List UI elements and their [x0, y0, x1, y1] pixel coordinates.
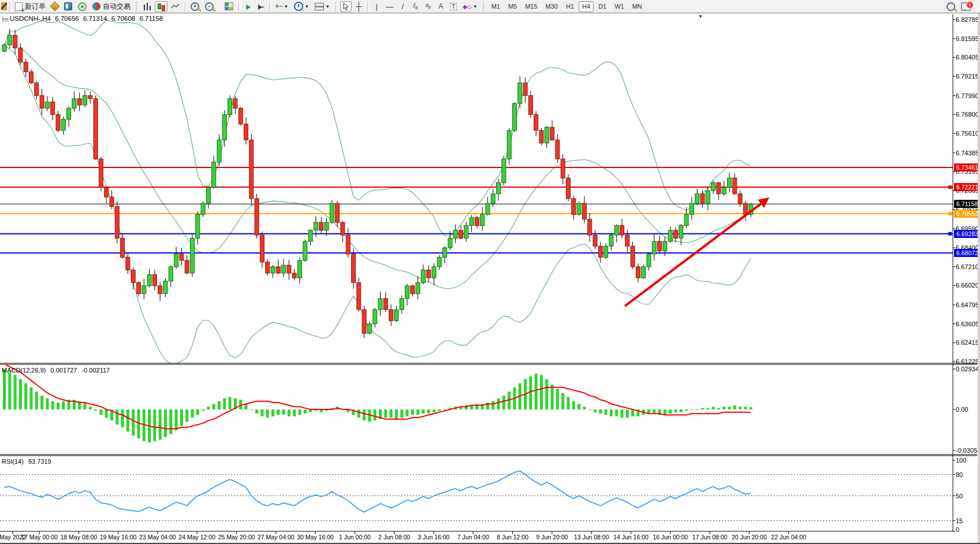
- search-button[interactable]: [944, 1, 957, 12]
- price-tick-label: 6.74385: [956, 150, 979, 157]
- time-tick-label: 7 Jun 04:00: [457, 534, 489, 541]
- time-tick-label: 23 May 04:00: [139, 534, 176, 541]
- chart-canvas[interactable]: [0, 0, 980, 544]
- macd-value: 0.001727: [50, 367, 77, 374]
- line-chart-button[interactable]: [169, 1, 182, 12]
- level-price-label: 6.68072: [954, 249, 980, 257]
- zoom-in-button[interactable]: +: [188, 1, 202, 12]
- horizontal-lines[interactable]: [0, 167, 953, 253]
- price-tick-label: 6.75610: [956, 130, 979, 137]
- panel-borders: [0, 14, 977, 534]
- level-price-label: 6.69283: [954, 230, 980, 238]
- chart-shift-icon: |▶+: [258, 3, 263, 10]
- price-tick-label: 6.79215: [956, 73, 979, 80]
- timeframe-M1[interactable]: M1: [488, 1, 504, 12]
- signal-icon: [78, 2, 87, 11]
- chart-shift-marker[interactable]: ▼: [698, 14, 703, 19]
- horizontal-line-icon: —: [386, 2, 393, 11]
- time-tick-label: 14 Jun 16:00: [613, 534, 649, 541]
- auto-trading-icon: [92, 2, 100, 10]
- gold-ingot-icon: [50, 2, 60, 12]
- toolbar-separator: [367, 2, 368, 12]
- equidistant-channel-button[interactable]: ⫽E: [409, 1, 421, 12]
- timeframe-M15[interactable]: M15: [521, 1, 541, 12]
- chevron-down-icon: ▼: [304, 4, 309, 9]
- rsi-tick-label: 50: [956, 493, 963, 500]
- price-tick-label: 6.62415: [956, 339, 979, 346]
- cursor-icon: [342, 2, 349, 10]
- timeframe-D1[interactable]: D1: [595, 1, 610, 12]
- timeframe-MN[interactable]: MN: [629, 1, 646, 12]
- candlestick-icon: [157, 3, 165, 10]
- timeframe-H1[interactable]: H1: [562, 1, 577, 12]
- crosshair-button[interactable]: ┼: [353, 1, 364, 12]
- ohlc-low: 6.70608: [111, 15, 136, 22]
- toolbar-drag-handle[interactable]: [483, 2, 485, 11]
- community-button[interactable]: 1: [959, 1, 973, 12]
- panel-splitter[interactable]: [0, 363, 977, 364]
- toolbar-drag-handle[interactable]: [335, 2, 337, 11]
- time-tick-label: 18 May 08:00: [60, 534, 97, 541]
- time-tick-label: 27 May 04:00: [258, 534, 295, 541]
- search-icon: [947, 2, 955, 11]
- arrows-button[interactable]: ◆◇▼: [460, 1, 479, 12]
- rsi-tick-label: 15: [956, 517, 963, 524]
- clipped-toolbar-icon: [1, 2, 7, 10]
- time-tick-label: 9 Jun 20:00: [536, 534, 568, 541]
- indicators-button[interactable]: +~▼: [273, 1, 290, 12]
- time-tick-label: 22 Jun 04:00: [771, 534, 806, 541]
- window-right-edge: [978, 13, 980, 544]
- text-label-button[interactable]: T: [448, 1, 459, 12]
- macd-tick-label: 0.029341: [956, 366, 980, 372]
- bar-chart-button[interactable]: [141, 1, 154, 12]
- candles-layer: [2, 29, 753, 338]
- auto-trading-button[interactable]: 自动交易: [90, 1, 133, 12]
- mql5-button[interactable]: [49, 1, 61, 12]
- tile-windows-button[interactable]: [222, 1, 236, 12]
- zoom-out-button[interactable]: −: [203, 1, 216, 12]
- text-icon: A: [438, 2, 443, 10]
- periods-button[interactable]: ▼: [292, 1, 311, 12]
- panel-splitter[interactable]: [0, 454, 977, 456]
- timeframe-W1[interactable]: W1: [611, 1, 628, 12]
- toolbar-separator: [185, 2, 185, 12]
- chart-shift-button[interactable]: |▶+: [255, 1, 266, 12]
- horizontal-line-button[interactable]: —: [383, 1, 396, 12]
- rsi-header: RSI(14) 53.7319: [2, 458, 54, 465]
- new-order-button[interactable]: + 新订单: [13, 1, 48, 12]
- time-tick-label: 25 May 20:00: [218, 534, 255, 541]
- indicators-icon: +~: [275, 3, 282, 10]
- time-tick-label: 17 May 00:00: [21, 534, 58, 541]
- vertical-line-button[interactable]: |: [371, 1, 382, 12]
- timeframe-H4[interactable]: H4: [579, 1, 594, 12]
- cursor-button[interactable]: [340, 1, 352, 12]
- notification-badge: 1: [966, 1, 974, 9]
- fibonacci-button[interactable]: ≡F: [422, 1, 434, 12]
- timeframe-M5[interactable]: M5: [505, 1, 520, 12]
- ohlc-high: 6.71314: [83, 15, 107, 22]
- toolbar-separator: [9, 2, 10, 12]
- chart-title-icon: [2, 16, 9, 21]
- time-tick-label: 16 Jun 00:00: [653, 534, 688, 541]
- vertical-line-icon: |: [376, 2, 378, 11]
- chevron-down-icon: ▼: [284, 4, 288, 9]
- trendline-button[interactable]: /: [397, 1, 408, 12]
- rsi-name: RSI(14): [2, 458, 24, 465]
- ohlc-close: 6.71158: [139, 15, 163, 22]
- templates-button[interactable]: ▼: [312, 1, 332, 12]
- toolbar-drag-handle[interactable]: [136, 2, 138, 11]
- line-chart-icon: [171, 3, 180, 10]
- price-tick-label: 6.77990: [956, 92, 979, 99]
- timeframe-M30[interactable]: M30: [542, 1, 561, 12]
- new-order-label: 新订单: [25, 2, 46, 12]
- time-tick-label: 17 Jun 08:00: [692, 534, 728, 541]
- signals-button[interactable]: [76, 1, 89, 12]
- auto-scroll-button[interactable]: |▶: [242, 1, 254, 12]
- text-label-icon: T: [450, 3, 457, 10]
- text-button[interactable]: A: [435, 1, 446, 12]
- metaeditor-button[interactable]: [62, 1, 74, 12]
- candlestick-chart-button[interactable]: [155, 1, 167, 12]
- rsi-tick-label: 80: [956, 471, 963, 478]
- chart-title: USDCNH-,H4 6.70656 6.71314 6.70608 6.711…: [10, 15, 165, 22]
- auto-scroll-icon: |▶: [246, 3, 249, 10]
